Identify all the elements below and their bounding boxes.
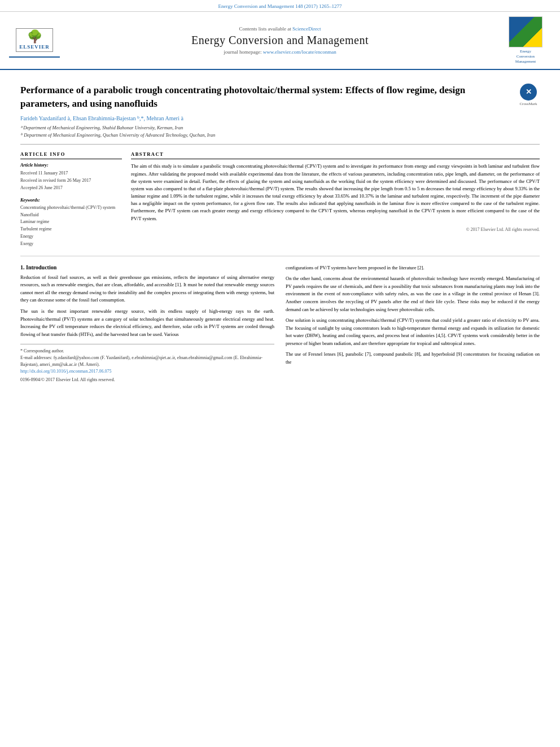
top-bar: Energy Conversion and Management 148 (20… [0,0,560,12]
keyword-3: Laminar regime [20,219,122,226]
email-label-text: E-mail addresses: [20,355,53,360]
elsevier-label: ELSEVIER [19,44,50,50]
crossmark-label: CrossMark [519,102,537,106]
body-right-col: configurations of PV/T systems have been… [286,264,540,383]
elsevier-box: 🌳 ELSEVIER [16,28,53,52]
doi-line: http://dx.doi.org/10.1016/j.enconman.201… [20,368,274,375]
introduction-heading: 1. Introduction [20,264,274,270]
right-para-1: configurations of PV/T systems have been… [286,264,540,272]
copyright-bottom: 0196-8904/© 2017 Elsevier Ltd. All right… [20,377,274,382]
ecm-logo-text: EnergyConversionManagement [515,49,536,64]
received-date: Received 11 January 2017 [20,170,122,177]
paper-title-text: Performance of a parabolic trough concen… [20,84,517,138]
journal-title: Energy Conversion and Management [65,34,495,47]
crossmark: ✕ CrossMark [517,84,540,106]
journal-homepage: journal homepage: www.elsevier.com/locat… [65,49,495,55]
science-direct-prefix: Contents lists available at [239,26,292,32]
keyword-4: Turbulent regime [20,226,122,233]
keyword-2: Nanofluid [20,212,122,219]
homepage-url[interactable]: www.elsevier.com/locate/enconman [263,49,336,55]
abstract-copyright: © 2017 Elsevier Ltd. All rights reserved… [131,227,540,232]
article-info-abstract-section: ARTICLE INFO Article history: Received 1… [20,151,540,247]
ecm-logo-box [509,16,542,47]
crossmark-icon: ✕ [520,84,537,101]
body-left-col: 1. Introduction Reduction of fossil fuel… [20,264,274,383]
article-info-label: ARTICLE INFO [20,151,122,159]
revised-date: Received in revised form 26 May 2017 [20,177,122,185]
corresponding-author: * Corresponding author. [20,348,274,355]
abstract-label: ABSTRACT [131,151,540,159]
journal-center: Contents lists available at ScienceDirec… [60,26,500,55]
right-para-2: On the other hand, concerns about the en… [286,275,540,313]
homepage-prefix: journal homepage: [224,49,262,55]
elsevier-tree-icon: 🌳 [27,30,42,43]
journal-citation: Energy Conversion and Management 148 (20… [218,3,342,9]
paper-title-section: Performance of a parabolic trough concen… [20,76,540,145]
keywords-label: Keywords: [20,198,122,203]
footnote-section: * Corresponding author. E-mail addresses… [20,344,274,382]
divider [20,256,540,256]
journal-right-logo: EnergyConversionManagement [500,16,551,64]
authors: Farideh Yazdanifard à, Ehsan Ebrahimnia-… [20,115,511,121]
science-direct-line: Contents lists available at ScienceDirec… [65,26,495,32]
keyword-1: Concentrating photovoltaic/thermal (CPV/… [20,204,122,212]
affiliation-a: ᵃ Department of Mechanical Engineering, … [20,124,511,132]
intro-para-1: Reduction of fossil fuel sources, as wel… [20,274,274,304]
email-label: E-mail addresses: fy.zdanifard@yahoo.com… [20,355,274,368]
abstract-text: The aim of this study is to simulate a p… [131,163,540,222]
abstract-col: ABSTRACT The aim of this study is to sim… [131,151,540,247]
affiliations: ᵃ Department of Mechanical Engineering, … [20,124,511,139]
keyword-6: Exergy [20,241,122,248]
elsevier-logo: 🌳 ELSEVIER [9,24,60,58]
emails: fy.zdanifard@yahoo.com (F. Yazdanifard),… [20,355,262,367]
doi-link[interactable]: http://dx.doi.org/10.1016/j.enconman.201… [20,369,111,374]
right-para-4: The use of Fresnel lenses [6], parabolic… [286,351,540,366]
affiliation-b: ᵇ Department of Mechanical Engineering, … [20,132,511,139]
body-columns: 1. Introduction Reduction of fossil fuel… [20,264,540,383]
keyword-5: Energy [20,233,122,241]
right-para-3: One solution is using concentrating phot… [286,317,540,347]
intro-para-2: The sun is the most important renewable … [20,308,274,338]
paper-body: Performance of a parabolic trough concen… [0,70,560,394]
paper-title: Performance of a parabolic trough concen… [20,84,511,111]
accepted-date: Accepted 26 June 2017 [20,185,122,192]
journal-header: 🌳 ELSEVIER Contents lists available at S… [0,12,560,70]
science-direct-link[interactable]: ScienceDirect [292,26,321,32]
history-label: Article history: [20,163,122,168]
article-info-col: ARTICLE INFO Article history: Received 1… [20,151,122,247]
